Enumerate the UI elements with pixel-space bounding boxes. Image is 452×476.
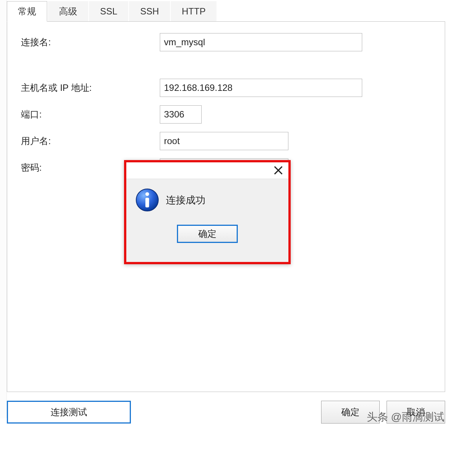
row-connection-name: 连接名: [21,33,431,51]
tab-ssl[interactable]: SSL [89,1,128,22]
input-user[interactable] [160,132,288,150]
close-icon[interactable] [272,165,284,176]
cancel-button[interactable]: 取消 [387,401,445,424]
message-ok-button[interactable]: 确定 [177,225,238,243]
label-user: 用户名: [21,135,160,147]
cancel-button-label: 取消 [407,406,425,418]
tab-bar: 常规 高级 SSL SSH HTTP [7,0,445,21]
label-connection-name: 连接名: [21,36,160,48]
message-dialog-titlebar [126,162,288,179]
message-dialog: 连接成功 确定 [124,160,291,264]
tab-advanced[interactable]: 高级 [48,1,88,22]
info-icon [135,188,159,212]
left-edge-artifact [0,0,7,418]
message-row: 连接成功 [135,188,279,212]
tab-ssh[interactable]: SSH [129,1,170,22]
svg-point-1 [145,192,149,196]
input-host[interactable] [160,79,362,97]
input-port[interactable] [160,105,202,124]
row-host: 主机名或 IP 地址: [21,79,431,97]
label-host: 主机名或 IP 地址: [21,82,160,94]
label-port: 端口: [21,108,160,121]
row-user: 用户名: [21,132,431,150]
dialog-button-bar: 连接测试 确定 取消 [7,401,445,424]
message-text: 连接成功 [166,194,205,207]
row-port: 端口: [21,105,431,124]
svg-rect-2 [145,198,149,207]
message-dialog-body: 连接成功 确定 [126,179,288,262]
test-connection-button[interactable]: 连接测试 [7,401,131,424]
tab-general[interactable]: 常规 [7,1,47,22]
input-connection-name[interactable] [160,33,362,51]
tab-http[interactable]: HTTP [171,1,217,22]
ok-button[interactable]: 确定 [321,401,380,424]
